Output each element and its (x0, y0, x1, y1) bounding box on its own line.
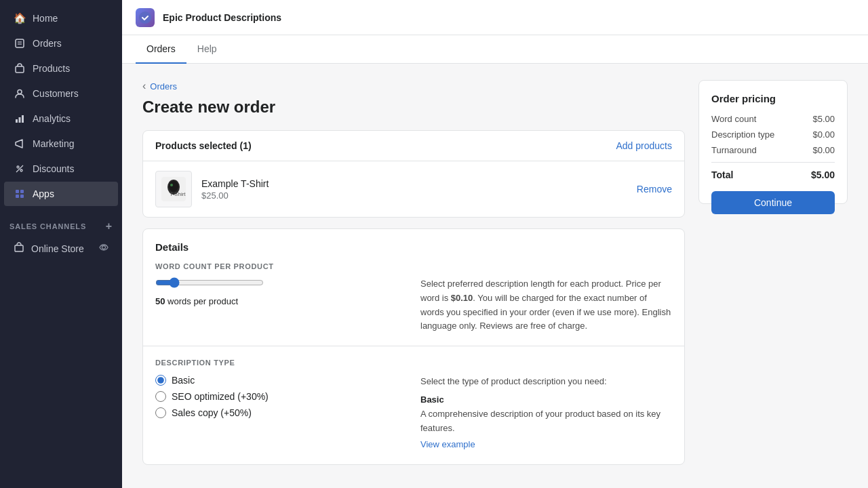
word-count-display: 50 words per product (155, 296, 407, 306)
view-example-link[interactable]: View example (420, 439, 475, 449)
sidebar-item-discounts[interactable]: Discounts (4, 157, 118, 181)
discounts-icon (14, 163, 26, 175)
breadcrumb-orders-link[interactable]: Orders (150, 81, 177, 92)
products-icon (14, 62, 26, 75)
svg-rect-7 (22, 115, 24, 123)
details-layout: 50 words per product Select preferred de… (155, 277, 672, 333)
svg-point-8 (17, 166, 19, 168)
details-card-content: Details WORD COUNT PER PRODUCT 50 words … (143, 229, 684, 346)
svg-rect-12 (20, 190, 24, 193)
tab-orders[interactable]: Orders (136, 35, 186, 64)
svg-rect-13 (16, 195, 19, 198)
product-thumbnail: T-Shirt (155, 171, 192, 207)
radio-sales[interactable] (155, 407, 166, 418)
svg-text:T-Shirt: T-Shirt (170, 191, 186, 197)
sidebar-item-analytics[interactable]: Analytics (4, 106, 118, 131)
app-icon (136, 8, 155, 27)
pricing-row-word-count: Word count $5.00 (711, 114, 835, 124)
radio-option-seo[interactable]: SEO optimized (+30%) (155, 391, 407, 402)
tab-help[interactable]: Help (186, 35, 228, 64)
description-type-section: DESCRIPTION TYPE Basic SEO optimized (+3… (143, 346, 684, 464)
apps-icon (14, 188, 26, 200)
svg-point-20 (169, 181, 178, 192)
remove-product-button[interactable]: Remove (637, 184, 672, 195)
marketing-icon (14, 138, 26, 150)
svg-point-17 (139, 12, 151, 24)
products-selected-card: Products selected (1) Add products T-Shi… (142, 130, 685, 218)
description-type-info: Select the type of product description y… (420, 375, 672, 452)
svg-rect-6 (19, 117, 21, 123)
home-icon: 🏠 (14, 12, 26, 24)
pricing-card: Order pricing Word count $5.00 Descripti… (698, 80, 848, 204)
pricing-divider (711, 162, 835, 163)
tabs-bar: Orders Help (122, 35, 868, 64)
products-card-header: Products selected (1) Add products (143, 131, 684, 161)
online-store-visibility-icon[interactable] (99, 243, 108, 254)
svg-rect-14 (20, 195, 24, 198)
sidebar-item-customers[interactable]: Customers (4, 81, 118, 106)
customers-icon (14, 87, 26, 100)
sidebar-item-products[interactable]: Products (4, 56, 118, 81)
app-header: Epic Product Descriptions (122, 0, 868, 35)
main-content: Epic Product Descriptions Orders Help ‹ … (122, 0, 868, 488)
pricing-title: Order pricing (711, 93, 835, 104)
word-count-slider[interactable] (155, 277, 264, 288)
breadcrumb: ‹ Orders (142, 80, 685, 92)
product-price: $25.00 (201, 190, 627, 201)
radio-option-basic[interactable]: Basic (155, 375, 407, 386)
add-sales-channel-button[interactable]: + (106, 220, 113, 232)
sidebar: 🏠 Home Orders Products Customers Anal (0, 0, 122, 488)
radio-seo[interactable] (155, 391, 166, 402)
details-card: Details WORD COUNT PER PRODUCT 50 words … (142, 228, 685, 465)
products-selected-title: Products selected (1) (155, 140, 252, 151)
pricing-total: Total $5.00 (711, 169, 835, 180)
pricing-row-turnaround: Turnaround $0.00 (711, 145, 835, 155)
main-column: ‹ Orders Create new order Products selec… (142, 80, 685, 476)
svg-point-4 (18, 90, 22, 94)
svg-point-16 (102, 246, 106, 249)
word-count-control: 50 words per product (155, 277, 407, 333)
svg-rect-5 (16, 119, 18, 123)
product-row: T-Shirt Example T-Shirt $25.00 Remove (143, 161, 684, 217)
word-count-label: WORD COUNT PER PRODUCT (155, 262, 672, 270)
analytics-icon (14, 113, 26, 125)
product-info: Example T-Shirt $25.00 (201, 178, 627, 201)
details-title: Details (155, 241, 672, 253)
svg-rect-15 (15, 245, 23, 251)
svg-point-9 (20, 169, 22, 171)
product-name: Example T-Shirt (201, 178, 627, 189)
page-title: Create new order (142, 98, 685, 117)
sidebar-item-orders[interactable]: Orders (4, 31, 118, 56)
app-title: Epic Product Descriptions (163, 12, 281, 23)
online-store-icon (14, 242, 24, 255)
radio-option-sales[interactable]: Sales copy (+50%) (155, 407, 407, 418)
sidebar-item-home[interactable]: 🏠 Home (4, 6, 118, 30)
svg-rect-11 (16, 190, 19, 193)
add-products-button[interactable]: Add products (616, 140, 673, 151)
svg-rect-3 (16, 66, 24, 73)
sidebar-item-apps[interactable]: Apps (4, 182, 118, 206)
pricing-panel: Order pricing Word count $5.00 Descripti… (698, 80, 848, 476)
description-type-layout: Basic SEO optimized (+30%) Sales copy (+… (155, 375, 672, 452)
sidebar-item-online-store[interactable]: Online Store (4, 236, 118, 261)
continue-button[interactable]: Continue (711, 191, 835, 214)
pricing-row-desc-type: Description type $0.00 (711, 129, 835, 140)
breadcrumb-arrow-icon: ‹ (142, 80, 146, 92)
svg-point-21 (170, 184, 173, 186)
sidebar-item-marketing[interactable]: Marketing (4, 131, 118, 156)
description-type-options: Basic SEO optimized (+30%) Sales copy (+… (155, 375, 407, 452)
description-type-label: DESCRIPTION TYPE (155, 359, 672, 367)
svg-rect-0 (16, 39, 24, 47)
content-area: ‹ Orders Create new order Products selec… (122, 64, 868, 488)
orders-icon (14, 37, 26, 49)
sales-channels-label: SALES CHANNELS + (0, 212, 122, 235)
word-count-description: Select preferred description length for … (420, 277, 672, 333)
radio-basic[interactable] (155, 375, 166, 386)
